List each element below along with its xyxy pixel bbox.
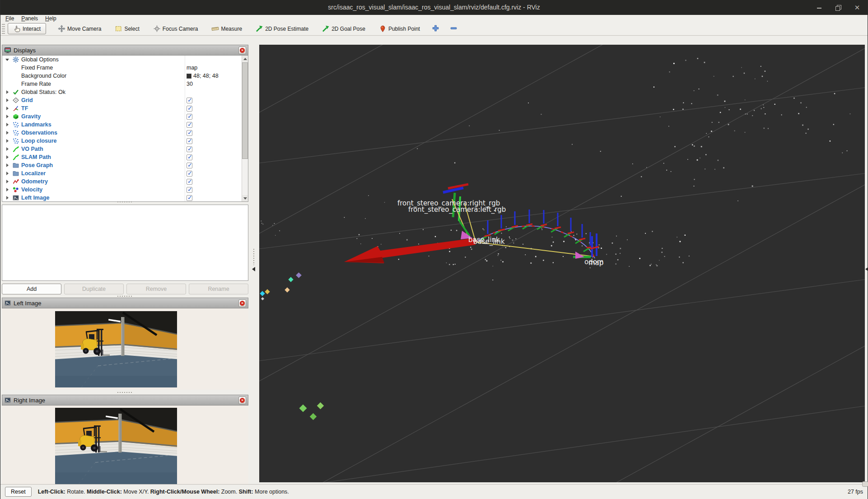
expander-closed-icon[interactable] (4, 196, 10, 200)
display-row-global-options[interactable]: Global Options (2, 56, 248, 64)
menu-item-file[interactable]: File (5, 15, 14, 22)
expander-closed-icon[interactable] (4, 188, 10, 191)
property-value[interactable] (187, 106, 192, 112)
tree-scrollbar[interactable] (242, 56, 248, 201)
display-row-vo-path[interactable]: VO Path (2, 145, 248, 153)
expander-closed-icon[interactable] (4, 180, 10, 183)
scrollbar-down-button[interactable] (242, 195, 248, 201)
property-value[interactable] (187, 171, 192, 177)
3d-scene[interactable]: front_stereo_camera:right_rgbfront_stere… (259, 45, 865, 482)
display-row-pose-graph[interactable]: Pose Graph (2, 161, 248, 169)
property-value[interactable] (187, 114, 192, 120)
expander-closed-icon[interactable] (4, 131, 10, 135)
property-value[interactable]: 30 (187, 81, 193, 87)
expander-closed-icon[interactable] (4, 123, 10, 126)
tool-button-measure[interactable]: Measure (208, 23, 246, 34)
display-row-global-status-ok[interactable]: Global Status: Ok (2, 88, 248, 96)
splitter-handle[interactable] (2, 294, 248, 298)
expander-closed-icon[interactable] (4, 139, 10, 143)
display-row-slam-path[interactable]: SLAM Path (2, 153, 248, 161)
tool-button-select[interactable]: Select (111, 23, 143, 34)
tool-button-interact[interactable]: Interact (8, 23, 46, 34)
expander-closed-icon[interactable] (4, 90, 10, 94)
tool-button-2d-pose-estimate[interactable]: 2D Pose Estimate (252, 23, 312, 34)
collapse-left-icon[interactable] (252, 267, 255, 271)
property-value[interactable] (187, 195, 192, 201)
property-value[interactable] (187, 130, 192, 136)
reset-button[interactable]: Reset (5, 487, 32, 497)
3d-viewport[interactable]: front_stereo_camera:right_rgbfront_stere… (259, 45, 865, 482)
display-row-localizer[interactable]: Localizer (2, 169, 248, 177)
close-panel-button[interactable]: ✕ (238, 299, 246, 307)
scrollbar-up-button[interactable] (242, 56, 248, 62)
expander-closed-icon[interactable] (4, 155, 10, 159)
collapse-right-icon[interactable] (865, 267, 868, 271)
displays-tree[interactable]: Global OptionsFixed FramemapBackground C… (2, 56, 248, 202)
right-panel-splitter[interactable] (865, 45, 868, 484)
property-value[interactable] (187, 154, 192, 160)
property-value[interactable] (187, 138, 192, 144)
close-icon[interactable]: ✕ (854, 5, 860, 11)
visibility-checkbox[interactable] (187, 98, 192, 103)
splitter-handle[interactable] (2, 390, 248, 395)
display-row-observations[interactable]: Observations (2, 129, 248, 137)
add-button[interactable]: Add (2, 284, 61, 294)
property-value[interactable]: 48; 48; 48 (187, 73, 219, 79)
display-row-landmarks[interactable]: Landmarks (2, 121, 248, 129)
expander-closed-icon[interactable] (4, 172, 10, 175)
property-value[interactable] (187, 146, 192, 152)
property-value[interactable] (187, 163, 192, 168)
expander-closed-icon[interactable] (4, 163, 10, 167)
tool-button-focus-camera[interactable]: Focus Camera (149, 23, 202, 34)
resize-grip[interactable] (862, 481, 868, 487)
visibility-checkbox[interactable] (187, 179, 192, 185)
tool-button-move-camera[interactable]: Move Camera (54, 23, 105, 34)
display-row-fixed-frame[interactable]: Fixed Framemap (2, 64, 248, 72)
display-row-gravity[interactable]: Gravity (2, 112, 248, 121)
add-tool-button[interactable] (430, 24, 442, 34)
scrollbar-thumb[interactable] (242, 62, 248, 159)
display-row-grid[interactable]: Grid (2, 96, 248, 104)
display-row-loop-closure[interactable]: Loop closure (2, 137, 248, 145)
expander-closed-icon[interactable] (4, 115, 10, 118)
remove-tool-button[interactable] (448, 24, 460, 34)
expander-closed-icon[interactable] (4, 107, 10, 110)
visibility-checkbox[interactable] (187, 154, 192, 160)
visibility-checkbox[interactable] (187, 187, 192, 193)
visibility-checkbox[interactable] (187, 114, 192, 120)
property-value[interactable] (187, 187, 192, 193)
toolbar-drag-handle[interactable] (2, 24, 5, 34)
display-row-left-image[interactable]: Left Image (2, 194, 248, 202)
display-row-background-color[interactable]: Background Color48; 48; 48 (2, 72, 248, 80)
visibility-checkbox[interactable] (187, 163, 192, 168)
property-value[interactable] (187, 98, 192, 103)
tool-button-2d-goal-pose[interactable]: 2D Goal Pose (318, 23, 369, 34)
displays-panel-header[interactable]: Displays ✕ (2, 45, 248, 56)
display-row-odometry[interactable]: Odometry (2, 177, 248, 186)
display-row-tf[interactable]: TF (2, 104, 248, 112)
panel-splitter[interactable] (248, 45, 259, 484)
expander-closed-icon[interactable] (4, 147, 10, 151)
display-row-velocity[interactable]: Velocity (2, 186, 248, 194)
display-row-frame-rate[interactable]: Frame Rate30 (2, 80, 248, 88)
minimize-icon[interactable] (816, 5, 822, 11)
right-image-panel-header[interactable]: Right Image ✕ (2, 395, 248, 406)
visibility-checkbox[interactable] (187, 130, 192, 136)
left-image-panel-header[interactable]: Left Image ✕ (2, 298, 248, 308)
property-value[interactable]: map (187, 65, 197, 71)
menu-item-panels[interactable]: Panels (21, 15, 38, 22)
visibility-checkbox[interactable] (187, 146, 192, 152)
visibility-checkbox[interactable] (187, 195, 192, 201)
visibility-checkbox[interactable] (187, 138, 192, 144)
restore-icon[interactable] (835, 5, 841, 11)
visibility-checkbox[interactable] (187, 171, 192, 177)
menu-item-help[interactable]: Help (45, 15, 56, 22)
property-value[interactable] (187, 179, 192, 185)
close-panel-button[interactable]: ✕ (238, 396, 246, 404)
property-value[interactable] (187, 122, 192, 128)
tool-button-publish-point[interactable]: Publish Point (375, 23, 424, 34)
expander-closed-icon[interactable] (4, 98, 10, 102)
close-panel-button[interactable]: ✕ (238, 47, 246, 54)
expander-open-icon[interactable] (4, 59, 10, 61)
visibility-checkbox[interactable] (187, 122, 192, 128)
